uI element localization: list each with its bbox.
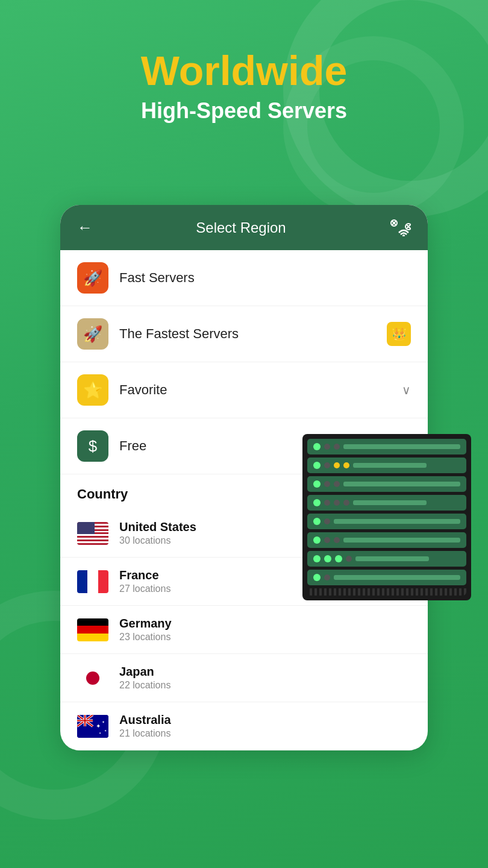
favorite-chevron: ∨ — [402, 383, 411, 397]
svg-text:✦: ✦ — [104, 729, 107, 732]
flag-jp-circle — [86, 671, 99, 685]
fastest-servers-label: The Fastest Servers — [119, 326, 387, 342]
crown-icon: 👑 — [387, 322, 411, 346]
header-title: Worldwide — [0, 48, 488, 93]
header-subtitle: High-Speed Servers — [0, 98, 488, 124]
svg-point-3 — [402, 234, 405, 236]
menu-favorite[interactable]: ⭐ Favorite ∨ — [60, 362, 428, 418]
rack-unit-4 — [307, 495, 466, 511]
svg-text:✦: ✦ — [96, 723, 101, 729]
back-button[interactable]: ← — [77, 218, 93, 237]
server-rack-illustration — [302, 434, 477, 844]
rack-unit-7 — [307, 551, 466, 567]
rack-body — [302, 434, 471, 600]
card-title: Select Region — [196, 219, 286, 236]
rack-bottom — [307, 588, 466, 596]
fast-servers-label: Fast Servers — [119, 270, 411, 286]
rack-unit-6 — [307, 532, 466, 548]
free-icon: $ — [77, 430, 108, 462]
header-section: Worldwide High-Speed Servers — [0, 0, 488, 148]
favorite-label: Favorite — [119, 382, 402, 398]
svg-text:✦: ✦ — [99, 731, 101, 735]
card-header: ← Select Region — [60, 205, 428, 250]
rack-unit-2 — [307, 458, 466, 473]
menu-fastest-servers[interactable]: 🚀 The Fastest Servers 👑 — [60, 306, 428, 362]
svg-rect-16 — [77, 720, 93, 721]
flag-au: ✦ ✦ ✦ ✦ — [77, 715, 108, 738]
rack-unit-3 — [307, 476, 466, 492]
rack-unit-1 — [307, 439, 466, 454]
favorite-icon: ⭐ — [77, 374, 108, 406]
flag-us — [77, 522, 108, 545]
rack-unit-8 — [307, 570, 466, 585]
search-wifi-icon[interactable] — [389, 219, 411, 236]
flag-de — [77, 618, 108, 641]
svg-text:✦: ✦ — [102, 720, 105, 724]
flag-jp — [77, 667, 108, 690]
rack-unit-5 — [307, 514, 466, 529]
menu-fast-servers[interactable]: 🚀 Fast Servers — [60, 250, 428, 306]
fast-servers-icon: 🚀 — [77, 262, 108, 294]
flag-fr — [77, 570, 108, 593]
fastest-servers-icon: 🚀 — [77, 318, 108, 350]
